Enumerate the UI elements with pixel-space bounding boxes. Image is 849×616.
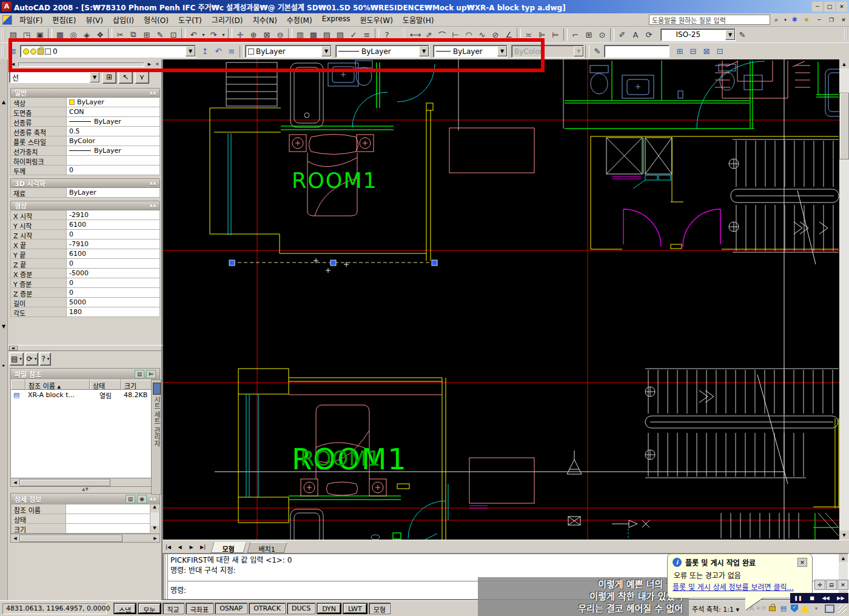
- resize-grip[interactable]: [838, 604, 847, 613]
- menu-item[interactable]: 파일(F): [15, 13, 47, 27]
- status-toggle-button[interactable]: 스냅: [113, 603, 136, 614]
- view-remove-icon[interactable]: ⊟: [686, 45, 700, 58]
- plot-preview-icon[interactable]: ◎: [67, 28, 80, 41]
- toggle-pickadd-icon[interactable]: ⊞: [102, 70, 116, 84]
- layer-on-bulb-icon[interactable]: [23, 49, 29, 55]
- slider-right-icon[interactable]: ▶: [146, 61, 153, 69]
- make-object-layer-current-icon[interactable]: ↥: [198, 45, 212, 58]
- property-row[interactable]: X 시작 -2910: [10, 210, 160, 220]
- tab-next-icon[interactable]: ▶: [186, 542, 196, 552]
- scroll-left-icon[interactable]: ◀: [11, 534, 19, 542]
- zoom-window-icon[interactable]: ⊠: [260, 28, 273, 41]
- property-value[interactable]: 180: [67, 307, 159, 316]
- status-toggle-button[interactable]: 극좌표: [186, 603, 213, 614]
- column-reference-name[interactable]: 참조 이름 ▴: [25, 380, 90, 390]
- property-value[interactable]: -7910: [67, 239, 159, 249]
- object-type-dropdown[interactable]: 선 ▼: [9, 71, 100, 83]
- properties-icon[interactable]: ▥: [294, 28, 307, 41]
- dim-update-icon[interactable]: ⟳: [642, 28, 656, 41]
- command-scrollbar[interactable]: ▲ ▼: [839, 554, 848, 599]
- scroll-thumb[interactable]: [839, 93, 849, 159]
- scroll-up-icon[interactable]: ▲: [839, 59, 849, 69]
- details-vertical-scrollbar[interactable]: ▲ ▼: [150, 504, 159, 534]
- scroll-left-icon[interactable]: ◀: [11, 478, 19, 486]
- security-shield-icon[interactable]: ✓: [791, 604, 798, 612]
- dim-aligned-icon[interactable]: ⇗: [422, 28, 435, 41]
- dim-linear-icon[interactable]: ⟷: [409, 28, 422, 41]
- overlay-move-button[interactable]: ✛: [814, 580, 825, 590]
- overlay-close-button[interactable]: ✕: [837, 580, 848, 590]
- help-button[interactable]: ?▾: [39, 352, 51, 366]
- scroll-right-icon[interactable]: ▶: [151, 534, 159, 542]
- drawing-area[interactable]: ROOM1: [163, 59, 839, 540]
- sheetset-manager-icon[interactable]: ▧: [334, 28, 347, 41]
- layer-color-swatch[interactable]: [45, 49, 51, 55]
- scroll-up-icon[interactable]: ▲: [839, 554, 848, 562]
- menu-item[interactable]: Express: [317, 13, 355, 27]
- layer-dropdown[interactable]: 0 ▼: [20, 45, 196, 58]
- qnew-icon[interactable]: ▤: [7, 28, 20, 41]
- scroll-thumb[interactable]: [19, 535, 122, 542]
- favorites-star-icon[interactable]: ★: [800, 15, 813, 25]
- slider-groove[interactable]: [18, 62, 144, 67]
- dim-text-edit-icon[interactable]: A: [629, 28, 642, 41]
- property-value[interactable]: 0: [67, 166, 159, 175]
- status-toggle-button[interactable]: OTRACK: [249, 603, 286, 614]
- property-value[interactable]: CON: [67, 107, 159, 116]
- plot-icon[interactable]: ▦: [53, 28, 67, 41]
- status-toggle-button[interactable]: DUCS: [287, 603, 315, 614]
- property-row[interactable]: Y 시작 6100: [10, 220, 160, 230]
- property-row[interactable]: 선종류 축척 0.5: [10, 127, 160, 136]
- dim-arc-length-icon[interactable]: ⌒: [435, 28, 449, 41]
- panel-collapse-icon[interactable]: ◂: [2, 363, 4, 368]
- view-save-icon[interactable]: ⊡: [713, 45, 727, 58]
- tolerance-icon[interactable]: ⊞: [582, 28, 596, 41]
- dim-baseline-icon[interactable]: ⊫: [535, 28, 549, 41]
- property-value[interactable]: -5000: [67, 269, 159, 278]
- media-forward-button[interactable]: ▶▶: [837, 595, 844, 601]
- dropdown-arrow-icon[interactable]: ▼: [321, 46, 331, 56]
- dim-radius-icon[interactable]: ◠: [462, 28, 475, 41]
- property-row[interactable]: Y 증분 0: [10, 278, 160, 288]
- toolbar-grip[interactable]: [844, 28, 847, 41]
- command-window-grip[interactable]: [164, 554, 168, 599]
- command-prompt[interactable]: 명령:: [170, 586, 186, 596]
- dropdown-arrow-icon[interactable]: ▼: [186, 46, 195, 56]
- property-row[interactable]: 선종류 ByLayer: [10, 117, 160, 127]
- details-view-icon[interactable]: ▤: [126, 495, 135, 503]
- detail-row[interactable]: 참조 이름: [11, 504, 150, 514]
- section-header[interactable]: 3D 시각화 ∧∧: [10, 178, 160, 188]
- toolbar-lock-icon[interactable]: [769, 606, 776, 611]
- paste-icon[interactable]: ⊞: [140, 28, 153, 41]
- property-row[interactable]: 각도 180: [10, 307, 160, 317]
- tab-prev-icon[interactable]: ◀: [175, 542, 185, 552]
- notification-link[interactable]: 플롯 및 게시 상세 정보를 보려면 클릭...: [673, 581, 807, 592]
- column-icon[interactable]: [11, 380, 25, 390]
- dropdown-arrow-icon[interactable]: ▼: [90, 72, 99, 82]
- doc-close-button[interactable]: ✕: [838, 15, 849, 25]
- property-value[interactable]: ByLayer: [67, 117, 159, 126]
- sheetset-manager-tab[interactable]: 시트 세트 관리자: [151, 380, 161, 495]
- property-row[interactable]: 도면층 CON: [10, 107, 160, 117]
- publish-dwf-icon[interactable]: ◈: [80, 28, 93, 41]
- cut-icon[interactable]: ✂: [113, 28, 127, 41]
- tab-model[interactable]: 모형: [210, 542, 246, 553]
- property-value[interactable]: -2910: [67, 210, 159, 219]
- document-icon[interactable]: [2, 15, 12, 25]
- property-row[interactable]: 재료 ByLayer: [10, 188, 160, 198]
- menu-item[interactable]: 형식(O): [139, 13, 173, 27]
- tray-menu-arrow-icon[interactable]: ▾: [811, 604, 822, 614]
- plot-notification-icon[interactable]: ▤: [778, 604, 789, 614]
- status-toggle-button[interactable]: OSNAP: [215, 603, 247, 614]
- center-mark-icon[interactable]: ⊙: [596, 28, 609, 41]
- doc-restore-button[interactable]: ❐: [826, 15, 837, 25]
- toolbar-grip[interactable]: [2, 28, 5, 41]
- pan-icon[interactable]: ✛: [233, 28, 247, 41]
- quickcalc-icon[interactable]: ≡: [360, 28, 374, 41]
- open-icon[interactable]: ◳: [20, 28, 33, 41]
- status-toggle-button[interactable]: DYN: [317, 603, 341, 614]
- properties-palette-rail[interactable]: ▲ ▼ ◂: [0, 59, 8, 600]
- selected-line[interactable]: [229, 258, 437, 273]
- preview-view-icon[interactable]: ◉: [137, 495, 147, 503]
- scroll-up-icon[interactable]: ▲: [150, 504, 159, 512]
